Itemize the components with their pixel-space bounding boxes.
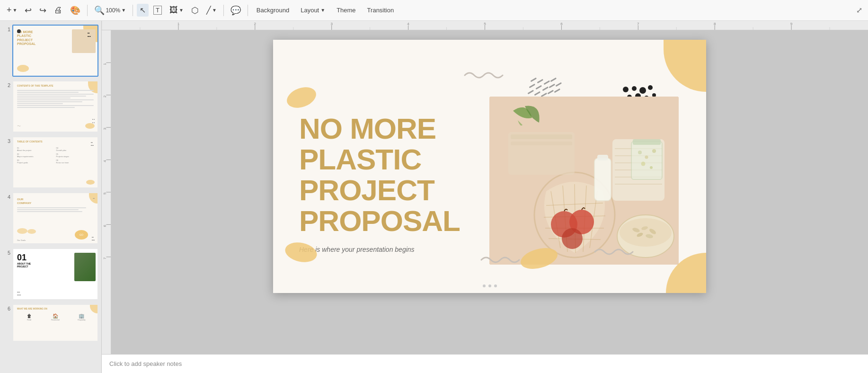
svg-text:4: 4 xyxy=(103,160,107,162)
slide-thumb-3[interactable]: TABLE OF CONTENTS 01About the project 04… xyxy=(12,136,98,188)
svg-rect-52 xyxy=(542,87,549,91)
comment-button[interactable]: 💬 xyxy=(228,3,244,18)
thumb2-dots: •••• xyxy=(92,118,95,124)
shape-icon: ⬡ xyxy=(191,5,199,16)
svg-rect-53 xyxy=(549,84,555,89)
slide-thumb-5[interactable]: 01 ABOUT THEPROJECT ••••••• xyxy=(12,248,98,300)
list-item[interactable]: 5 01 ABOUT THEPROJECT ••••••• xyxy=(3,248,98,300)
slide-number-2: 2 xyxy=(3,82,10,88)
thumb2-title: CONTENTS OF THIS TEMPLATE xyxy=(17,84,53,87)
line-tool-button[interactable]: ╱ ▼ xyxy=(204,4,220,17)
slide-number-6: 6 xyxy=(3,306,10,311)
list-item[interactable]: 2 CONTENTS OF THIS TEMPLATE xyxy=(3,80,98,133)
list-item[interactable]: 6 WHAT WE ARE WORKING ON 🗑Retail 🏠Reside… xyxy=(3,304,98,342)
svg-text:7: 7 xyxy=(637,22,639,26)
select-tool-button[interactable]: ↖ xyxy=(137,4,149,17)
separator-2 xyxy=(133,5,133,16)
svg-point-62 xyxy=(639,87,646,94)
add-button[interactable]: + ▼ xyxy=(4,3,20,17)
maximize-button[interactable]: ⤢ xyxy=(854,4,864,17)
svg-rect-59 xyxy=(554,89,560,93)
thumb6-title: WHAT WE ARE WORKING ON xyxy=(17,308,47,310)
thumb1-dot xyxy=(17,29,21,33)
redo-icon: ↪ xyxy=(39,5,46,16)
background-label: Background xyxy=(257,7,289,14)
canvas-scroll[interactable]: NO MORE PLASTIC PROJECT PROPOSAL Here is… xyxy=(111,30,868,354)
slide-number-5: 5 xyxy=(3,250,10,256)
slide-main-title[interactable]: NO MORE PLASTIC PROJECT PROPOSAL xyxy=(299,113,460,236)
list-item[interactable]: 4 OURCOMPANY •• GO Our Goals ••••• xyxy=(3,192,98,244)
deco-bottomcenterblob xyxy=(519,247,559,270)
textbox-tool-button[interactable]: T xyxy=(151,4,165,17)
image-tool-button[interactable]: 🖼 ▼ xyxy=(167,3,186,17)
zoom-button[interactable]: 🔍 100% ▼ xyxy=(91,3,129,18)
redo-button[interactable]: ↪ xyxy=(36,3,49,18)
slide-number-4: 4 xyxy=(3,194,10,200)
svg-rect-110 xyxy=(511,142,572,145)
svg-rect-47 xyxy=(537,79,543,84)
thumb6-corner xyxy=(90,305,97,313)
zoom-arrow-icon: ▼ xyxy=(121,8,126,13)
speaker-notes[interactable]: Click to add speaker notes xyxy=(102,354,868,373)
add-arrow-icon: ▼ xyxy=(13,8,18,13)
textbox-icon: T xyxy=(153,6,162,15)
svg-rect-56 xyxy=(534,91,540,96)
svg-point-95 xyxy=(645,156,648,159)
zoom-value: 100% xyxy=(106,7,120,14)
svg-rect-46 xyxy=(530,78,537,82)
svg-rect-92 xyxy=(631,142,662,179)
svg-text:1: 1 xyxy=(103,63,107,65)
paint-format-button[interactable]: 🎨 xyxy=(67,3,83,18)
list-item[interactable]: 1 NO MOREPLASTICPROJECTPROPOSAL ••••• xyxy=(3,25,98,77)
canvas-with-ruler: 1 2 3 4 5 6 7 xyxy=(102,30,868,354)
thumb2-lines xyxy=(17,90,94,109)
deco-topright-blob xyxy=(664,40,706,92)
slide-thumb-1[interactable]: NO MOREPLASTICPROJECTPROPOSAL ••••• xyxy=(12,25,98,77)
title-line2: PLASTIC xyxy=(299,143,421,176)
slides-panel: 1 NO MOREPLASTICPROJECTPROPOSAL ••••• 2 … xyxy=(0,21,102,373)
paint-format-icon: 🎨 xyxy=(70,5,80,16)
background-button[interactable]: Background xyxy=(252,5,294,16)
thumb3-dots: ••••• xyxy=(91,141,94,147)
theme-label: Theme xyxy=(337,7,355,14)
print-button[interactable]: 🖨 xyxy=(51,3,65,17)
slide-thumb-2[interactable]: CONTENTS OF THIS TEMPLATE 〜 xyxy=(12,80,98,133)
print-icon: 🖨 xyxy=(54,5,62,15)
theme-button[interactable]: Theme xyxy=(332,5,360,16)
thumb4-blobsmall2 xyxy=(27,229,36,234)
thumb1-image xyxy=(72,29,96,53)
slide-canvas-wrapper: NO MORE PLASTIC PROJECT PROPOSAL Here is… xyxy=(273,40,706,293)
slide-thumb-6[interactable]: WHAT WE ARE WORKING ON 🗑Retail 🏠Resident… xyxy=(12,304,98,342)
deco-topcentersquiggle xyxy=(462,68,505,82)
image-icon: 🖼 xyxy=(169,5,178,15)
title-line3: PROJECT xyxy=(299,174,434,206)
thumb4-dots: •• xyxy=(93,197,95,200)
svg-point-112 xyxy=(519,247,559,270)
slide-number-1: 1 xyxy=(3,27,10,32)
layout-button[interactable]: Layout ▼ xyxy=(296,5,330,16)
transition-button[interactable]: Transition xyxy=(363,5,399,16)
slide-dot-3 xyxy=(494,284,497,287)
undo-icon: ↩ xyxy=(25,5,32,16)
slide-thumb-4[interactable]: OURCOMPANY •• GO Our Goals ••••• xyxy=(12,192,98,244)
svg-rect-99 xyxy=(594,158,611,201)
slide-dot-1 xyxy=(483,284,486,287)
svg-rect-93 xyxy=(633,139,661,145)
title-line4: PROPOSAL xyxy=(299,204,460,237)
undo-button[interactable]: ↩ xyxy=(22,3,35,18)
svg-rect-49 xyxy=(550,78,557,82)
deco-leftblob xyxy=(285,85,318,111)
thumb4-blobsmall xyxy=(17,228,27,234)
shape-tool-button[interactable]: ⬡ xyxy=(188,3,202,18)
svg-rect-51 xyxy=(535,85,542,90)
main-slide[interactable]: NO MORE PLASTIC PROJECT PROPOSAL Here is… xyxy=(273,40,706,293)
thumb4-label: Our Goals xyxy=(17,239,26,241)
list-item[interactable]: 3 TABLE OF CONTENTS 01About the project … xyxy=(3,136,98,188)
separator-1 xyxy=(87,5,88,16)
slide-photo xyxy=(489,97,679,265)
thumb4-lines xyxy=(17,207,94,213)
svg-rect-50 xyxy=(529,84,535,89)
photo-placeholder xyxy=(489,97,679,265)
svg-text:7: 7 xyxy=(103,258,107,259)
svg-text:3: 3 xyxy=(103,128,107,130)
